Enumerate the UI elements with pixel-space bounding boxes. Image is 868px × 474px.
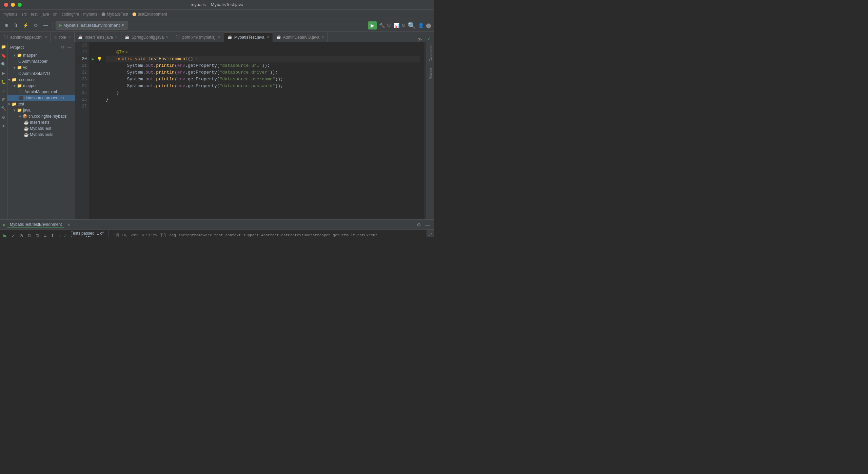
run-btn-side[interactable]: ▶ bbox=[0, 70, 7, 77]
code-editor[interactable]: @Test public void testEnvironment() { Sy… bbox=[102, 42, 424, 219]
toolbar-right: ▶ 🔨 🛡 📊 ↻ 🔍 👤 ⬤ bbox=[368, 21, 431, 29]
tree-admin-mapper[interactable]: C AdminMapper bbox=[7, 58, 75, 64]
run-right-btn1[interactable]: ⇌ bbox=[427, 231, 434, 237]
build-side-btn[interactable]: 🔨 bbox=[0, 105, 7, 112]
run-settings-btn[interactable]: ⚙ bbox=[415, 221, 422, 228]
stop-btn[interactable]: ⊘ bbox=[18, 232, 25, 237]
debug-btn-side[interactable]: 🐛 bbox=[0, 79, 7, 85]
toolbar-btn-2[interactable]: ⇅ bbox=[12, 22, 20, 29]
breadcrumb-mybatis[interactable]: mybatis bbox=[3, 12, 17, 17]
editor-scrollbar[interactable] bbox=[424, 42, 427, 219]
tree-resources-folder[interactable]: ▼ 📁 resources bbox=[7, 77, 75, 83]
tab-close-btn[interactable]: ✕ bbox=[44, 35, 47, 39]
tab-close-btn[interactable]: ✕ bbox=[166, 35, 169, 39]
tab-admin-detail-vo[interactable]: ☕ AdminDetailVO.java ✕ bbox=[273, 32, 328, 42]
run-panel-tab[interactable]: MybatisTest.testEnvironment bbox=[7, 221, 64, 228]
coverage-button[interactable]: 🛡 bbox=[387, 23, 392, 28]
gutter-19 bbox=[89, 49, 97, 56]
tree-vo-folder[interactable]: ▼ 📁 vo bbox=[7, 64, 75, 71]
tab-icon-java2: ☕ bbox=[125, 35, 130, 39]
tab-insert-tests[interactable]: ☕ InsertTests.java ✕ bbox=[75, 32, 121, 42]
check-btn[interactable]: ✓ bbox=[10, 232, 17, 237]
run-config-button[interactable]: ▶ MybatisTest.testEnvironment ▼ bbox=[56, 21, 128, 29]
project-view-btn[interactable]: 📁 bbox=[0, 43, 7, 50]
update-button[interactable]: ↻ bbox=[401, 23, 406, 28]
tree-datasource-props[interactable]: ⬛ datasource.properties bbox=[7, 95, 75, 101]
build-button[interactable]: 🔨 bbox=[379, 23, 385, 28]
breadcrumb-src[interactable]: src bbox=[21, 12, 27, 17]
tree-mybatis-tests[interactable]: ☕ MybatisTests bbox=[7, 132, 75, 138]
tree-mapper-folder2[interactable]: ▼ 📁 mapper bbox=[7, 83, 75, 89]
project-sidebar: Project ⚙ — ▼ 📁 mapper C AdminMapper ▼ 📁… bbox=[7, 42, 75, 219]
breadcrumb-class[interactable]: MybatisTest bbox=[107, 12, 128, 17]
tab-close-btn[interactable]: ✕ bbox=[321, 35, 324, 39]
sidebar-gear-btn[interactable]: ⚙ bbox=[60, 44, 65, 50]
git-btn[interactable]: ⑂ bbox=[0, 87, 7, 94]
tree-insert-tests[interactable]: ☕ InsertTests bbox=[7, 119, 75, 125]
close-button[interactable] bbox=[4, 3, 8, 7]
bookmark-btn[interactable]: 🔖 bbox=[0, 52, 7, 59]
profile-button[interactable]: 📊 bbox=[394, 23, 399, 28]
code-line-22: System.out.println(env.getProperty("data… bbox=[106, 69, 420, 76]
tree-admin-detail-vo[interactable]: C AdminDetailVO bbox=[7, 71, 75, 77]
tree-mapper-folder[interactable]: ▼ 📁 mapper bbox=[7, 52, 75, 58]
profile-btn2[interactable]: 👤 bbox=[418, 23, 424, 28]
line-num-26: 26 bbox=[77, 96, 87, 103]
breadcrumb-java[interactable]: java bbox=[42, 12, 49, 17]
xml-icon: ⬛ bbox=[18, 90, 23, 94]
breadcrumb-method[interactable]: testEnvironment bbox=[138, 12, 167, 17]
tree-admin-mapper-xml[interactable]: ⬛ AdminMapper.xml bbox=[7, 89, 75, 95]
maximize-button[interactable] bbox=[18, 3, 22, 7]
tree-cn-package[interactable]: ▼ 📦 cn.codingfire.mybatis bbox=[7, 113, 75, 119]
sidebar-title: Project bbox=[10, 45, 24, 50]
breadcrumb-mybatis2[interactable]: mybatis bbox=[83, 12, 97, 17]
rerun-btn[interactable]: ▶ bbox=[2, 232, 8, 237]
minimize-button[interactable] bbox=[11, 3, 15, 7]
folder-icon: 📁 bbox=[17, 53, 22, 58]
toolbar-btn-3[interactable]: ⚡ bbox=[21, 22, 31, 29]
sidebar-collapse-btn[interactable]: — bbox=[67, 44, 72, 50]
tree-java-folder[interactable]: ▼ 📁 java bbox=[7, 107, 75, 113]
gutter-20[interactable]: ▶ bbox=[89, 56, 97, 62]
maven-tab[interactable]: Maven bbox=[428, 66, 433, 81]
breadcrumb-test[interactable]: test bbox=[31, 12, 37, 17]
tree-label: mapper bbox=[23, 53, 37, 58]
close-run-tab[interactable]: ✕ bbox=[67, 222, 71, 227]
tab-close-btn[interactable]: ✕ bbox=[218, 35, 220, 39]
test-icon: ☕ bbox=[24, 132, 29, 137]
tree-test-folder[interactable]: ▼ 📁 test bbox=[7, 101, 75, 107]
sort-btn[interactable]: ⇅ bbox=[26, 232, 33, 237]
search-button[interactable]: 🔍 bbox=[408, 21, 416, 29]
structure-btn[interactable]: ⊞ bbox=[0, 96, 7, 103]
editor-content[interactable]: 18 19 20 21 22 23 24 25 26 27 ▶ bbox=[75, 42, 427, 219]
run-minimize-btn[interactable]: — bbox=[424, 221, 431, 228]
run-button[interactable]: ▶ bbox=[368, 21, 377, 29]
breadcrumb-cn[interactable]: cn bbox=[53, 12, 58, 17]
database-tab[interactable]: Database bbox=[428, 43, 433, 63]
find-btn[interactable]: 🔍 bbox=[0, 61, 7, 68]
filter-btn[interactable]: ≡ bbox=[42, 232, 48, 237]
tab-admin-mapper-xml[interactable]: ⬛ adminMapper.xml ✕ bbox=[0, 32, 51, 42]
avatar-btn[interactable]: ⬤ bbox=[426, 23, 431, 28]
tree-mybatis-test[interactable]: ☕ MybatisTest bbox=[7, 125, 75, 132]
run-toolbar: ▶ ✓ ⊘ ⇅ ⇅ ≡ ⬆ » ✓ Tests passed: 1 of 1 t… bbox=[0, 230, 108, 237]
tab-close-btn[interactable]: ✕ bbox=[267, 35, 269, 39]
tree-label: AdminDetailVO bbox=[22, 71, 50, 76]
toolbar-btn-4[interactable]: ⚙ bbox=[32, 22, 40, 29]
run-config-icon: ▶ bbox=[59, 23, 62, 27]
tab-role[interactable]: ⊞ role ✕ bbox=[51, 32, 75, 42]
tab-close-btn[interactable]: ✕ bbox=[115, 35, 118, 39]
fav-btn[interactable]: ★ bbox=[0, 123, 7, 130]
sort-btn2[interactable]: ⇅ bbox=[34, 232, 41, 237]
tab-pom-xml[interactable]: ⬛ pom.xml (mybatis) ✕ bbox=[172, 32, 224, 42]
export-btn[interactable]: ⬆ bbox=[49, 232, 56, 237]
toolbar-project-btn[interactable]: ⊕ bbox=[3, 22, 11, 29]
tab-spring-config[interactable]: ☕ SpringConfig.java ✕ bbox=[121, 32, 172, 42]
tab-mybatis-test[interactable]: ☕ MybatisTest.java ✕ bbox=[224, 32, 273, 42]
settings-side-btn[interactable]: ⚙ bbox=[0, 114, 7, 121]
breadcrumb-codingfire[interactable]: codingfire bbox=[61, 12, 79, 17]
tabs-overflow[interactable]: ≫ bbox=[415, 37, 424, 42]
toolbar-btn-5[interactable]: — bbox=[41, 22, 50, 29]
folder-icon: 📁 bbox=[17, 83, 22, 88]
tab-close-btn[interactable]: ✕ bbox=[68, 35, 71, 39]
